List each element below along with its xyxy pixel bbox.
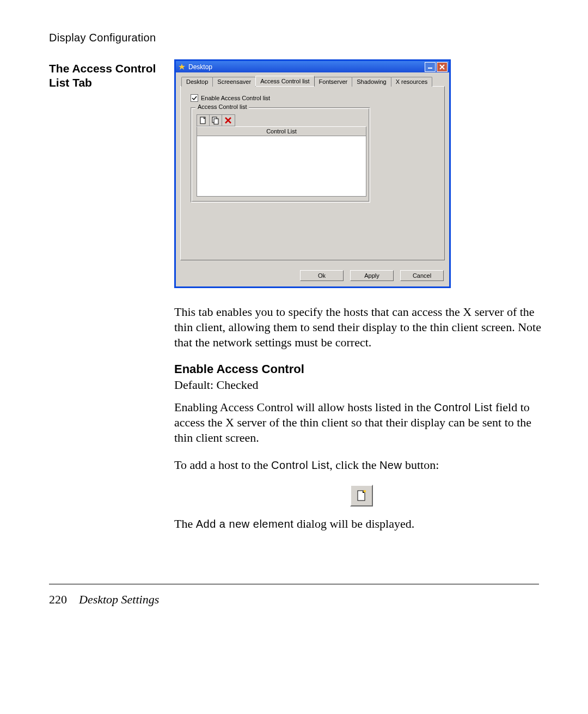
delete-button[interactable] (222, 115, 234, 126)
delete-icon (224, 117, 232, 124)
control-list-term: Control List (434, 401, 492, 413)
window-title: Desktop (188, 63, 424, 71)
tab-fontserver[interactable]: Fontserver (314, 77, 353, 87)
text: To add a host to the (174, 458, 271, 472)
default-line: Default: Checked (174, 377, 549, 393)
tab-panel: Enable Access Control list Access Contro… (180, 86, 445, 260)
control-list-header: Control List (197, 126, 366, 136)
cancel-button[interactable]: Cancel (400, 270, 444, 281)
footer-section: Desktop Settings (79, 593, 159, 606)
intro-paragraph: This tab enables you to specify the host… (174, 304, 549, 350)
svg-marker-0 (179, 64, 185, 70)
svg-rect-7 (214, 119, 218, 124)
main-row: The Access Control List Tab Desktop (49, 59, 539, 544)
add-element-term: Add a new element (196, 518, 294, 530)
enable-ac-heading: Enable Access Control (174, 362, 549, 376)
close-button[interactable] (437, 62, 448, 72)
tab-x-resources[interactable]: X resources (391, 77, 433, 87)
tab-strip: Desktop Screensaver Access Control list … (181, 76, 445, 86)
page-footer: 220Desktop Settings (49, 593, 159, 607)
add-host-paragraph: To add a host to the Control List, click… (174, 457, 549, 473)
enable-acl-label: Enable Access Control list (201, 95, 270, 101)
text: , click the (329, 458, 379, 472)
dialog-button-bar: Ok Apply Cancel (176, 265, 449, 286)
enable-acl-row: Enable Access Control list (191, 94, 437, 102)
apply-button[interactable]: Apply (350, 270, 394, 281)
new-icon (356, 489, 367, 502)
running-head: Display Configuration (49, 32, 539, 44)
copy-button[interactable] (210, 115, 222, 126)
text: dialog will be displayed. (293, 517, 414, 530)
tab-screensaver[interactable]: Screensaver (212, 77, 256, 87)
titlebar: Desktop (176, 61, 449, 72)
ok-button[interactable]: Ok (300, 270, 344, 281)
control-list[interactable] (197, 136, 366, 197)
tab-access-control-list[interactable]: Access Control list (255, 76, 314, 86)
desktop-dialog: Desktop Desktop Screensaver (174, 59, 451, 288)
enable-ac-paragraph: Enabling Access Control will allow hosts… (174, 400, 549, 446)
tab-desktop[interactable]: Desktop (181, 77, 213, 87)
control-list-term: Control List (271, 459, 329, 471)
text: button: (402, 458, 439, 472)
page-number: 220 (49, 593, 67, 606)
close-icon (439, 64, 445, 70)
svg-rect-1 (428, 68, 432, 69)
acl-group-legend: Access Control list (195, 103, 249, 110)
enable-acl-checkbox[interactable] (191, 94, 198, 102)
right-column: Desktop Desktop Screensaver (174, 59, 549, 544)
section-heading: The Access Control List Tab (49, 59, 174, 90)
text: Enabling Access Control will allow hosts… (174, 400, 434, 414)
tab-shadowing[interactable]: Shadowing (352, 77, 391, 87)
svg-point-12 (364, 490, 366, 493)
app-logo-icon (179, 64, 185, 70)
new-button[interactable] (197, 115, 210, 126)
acl-groupbox: Access Control list (191, 107, 370, 203)
minimize-button[interactable] (425, 62, 436, 72)
section-heading-line2: List Tab (49, 76, 92, 89)
copy-icon (211, 116, 220, 125)
section-heading-line1: The Access Control (49, 62, 156, 75)
footer-rule (49, 584, 539, 584)
check-icon (192, 95, 197, 101)
acl-toolbar (197, 114, 235, 126)
new-term: New (379, 459, 402, 471)
minimize-icon (427, 65, 433, 69)
text: The (174, 517, 196, 530)
new-button-figure-wrap (174, 485, 549, 506)
page: Display Configuration The Access Control… (0, 0, 588, 714)
result-paragraph: The Add a new element dialog will be dis… (174, 516, 549, 532)
new-button-figure (350, 485, 373, 506)
dialog-body: Desktop Screensaver Access Control list … (176, 72, 449, 265)
new-icon (199, 116, 207, 125)
